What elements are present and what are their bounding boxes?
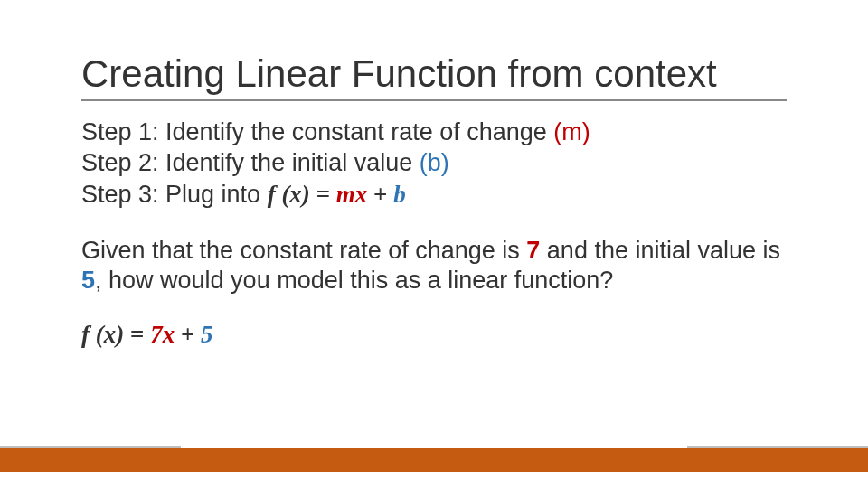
answer-line: f (x) = 7x + 5 [81,320,787,349]
question-part-b: and the initial value is [540,237,780,264]
step2-text: Step 2: Identify the initial value [81,149,420,176]
slide: Creating Linear Function from context St… [0,0,868,488]
footer-accent-bar [0,448,868,472]
step3-fx: f (x) [268,181,310,208]
step-1: Step 1: Identify the constant rate of ch… [81,117,787,146]
question-7: 7 [526,237,540,264]
question-text: Given that the constant rate of change i… [81,236,787,295]
answer-b: 5 [201,321,213,348]
step-2: Step 2: Identify the initial value (b) [81,148,787,177]
slide-title: Creating Linear Function from context [81,52,787,101]
step3-plus: + [367,181,393,208]
answer-plus: + [175,321,201,348]
answer-eq: = [124,321,150,348]
answer-mx: 7x [150,321,175,348]
step3-b: b [393,181,406,208]
question-part-a: Given that the constant rate of change i… [81,237,526,264]
step2-b: (b) [420,149,449,176]
step-3: Step 3: Plug into f (x) = mx + b [81,180,787,209]
step1-text: Step 1: Identify the constant rate of ch… [81,118,553,145]
step3-text: Step 3: Plug into [81,181,268,208]
step1-m: (m) [553,118,590,145]
question-part-c: , how would you model this as a linear f… [95,267,613,294]
answer-fx: f (x) [81,321,124,348]
step3-eq: = [310,181,336,208]
question-5: 5 [81,267,95,294]
slide-body: Step 1: Identify the constant rate of ch… [81,117,787,349]
step3-mx: mx [336,181,368,208]
